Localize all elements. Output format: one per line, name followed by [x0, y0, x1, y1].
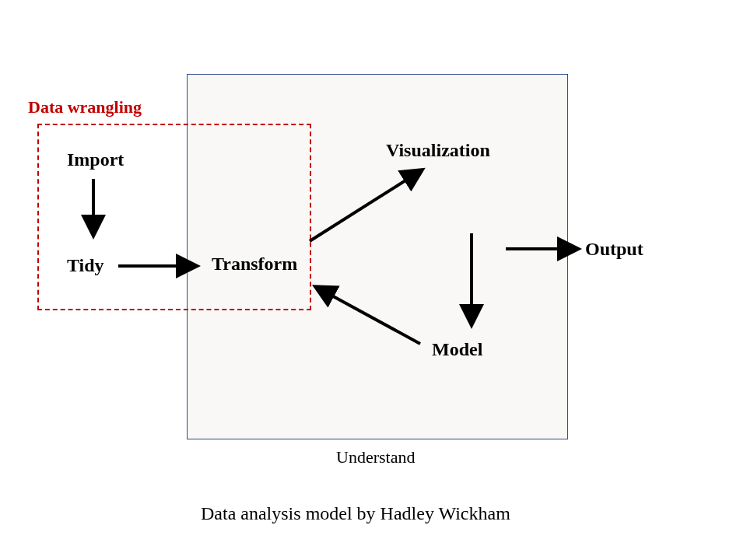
wrangling-label: Data wrangling	[28, 97, 142, 117]
import-label: Import	[67, 149, 124, 170]
output-label: Output	[585, 239, 644, 260]
understand-label: Understand	[336, 447, 415, 467]
model-label: Model	[432, 339, 482, 360]
visualization-label: Visualization	[386, 140, 490, 161]
tidy-label: Tidy	[67, 255, 104, 276]
diagram-caption: Data analysis model by Hadley Wickham	[201, 503, 510, 524]
transform-label: Transform	[212, 254, 297, 275]
